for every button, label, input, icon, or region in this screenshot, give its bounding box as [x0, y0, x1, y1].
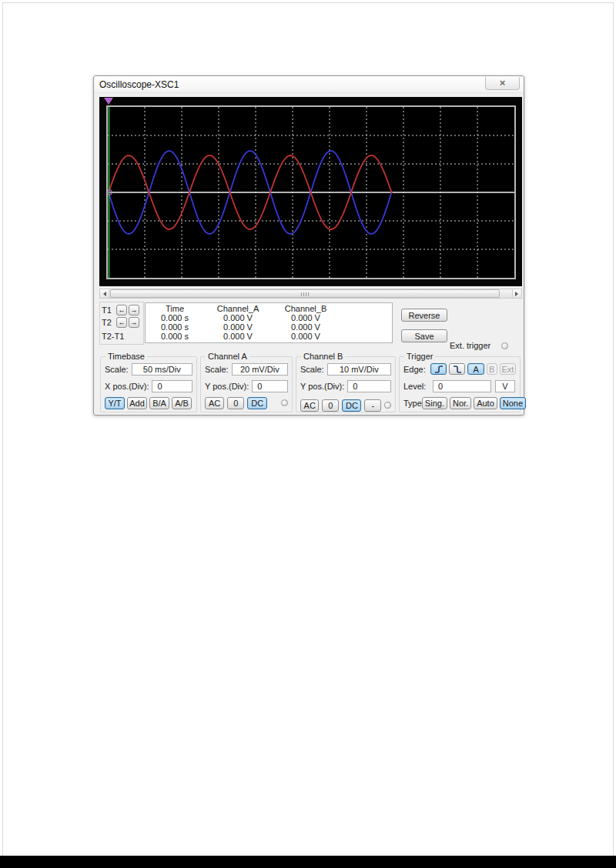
- trigger-type-none-button[interactable]: None: [500, 397, 526, 409]
- readout-row-t1: 0.000 s 0.000 V 0.000 V: [146, 313, 392, 322]
- trigger-type-label: Type: [403, 399, 422, 408]
- scope-display: [106, 105, 516, 279]
- oscilloscope-window: Oscilloscope-XSC1 × T1 ← → T2 ← → T2-T1: [93, 75, 524, 416]
- channel-b-ypos-field[interactable]: 0: [347, 380, 391, 392]
- window-titlebar[interactable]: Oscilloscope-XSC1 ×: [94, 76, 524, 93]
- falling-edge-button[interactable]: [449, 363, 465, 375]
- arrow-right-icon: →: [131, 319, 138, 326]
- channel-b-ac-button[interactable]: AC: [300, 399, 319, 412]
- channel-a-ypos-label: Y pos.(Div):: [205, 382, 249, 391]
- col-channel-b: Channel_B: [272, 304, 340, 313]
- channel-b-ypos-label: Y pos.(Div):: [300, 382, 344, 391]
- timebase-scale-label: Scale:: [105, 365, 129, 374]
- arrow-right-icon: →: [131, 306, 138, 314]
- channel-a-ground-button[interactable]: 0: [227, 397, 244, 409]
- channel-b-ground-button[interactable]: 0: [322, 399, 339, 412]
- close-button[interactable]: ×: [485, 77, 520, 90]
- horizontal-scrollbar[interactable]: [99, 289, 522, 299]
- trigger-level-unit: V: [495, 380, 515, 392]
- trigger-edge-label: Edge:: [403, 365, 430, 374]
- channel-a-dc-button[interactable]: DC: [247, 397, 267, 409]
- channel-a-scale-field[interactable]: 20 mV/Div: [232, 363, 288, 376]
- mode-ab-button[interactable]: A/B: [172, 397, 192, 409]
- measurement-readout: Time Channel_A Channel_B 0.000 s 0.000 V…: [145, 302, 393, 343]
- trigger-title: Trigger: [404, 352, 435, 361]
- scope-bezel: [99, 97, 522, 286]
- channel-a-ypos-field[interactable]: 0: [252, 380, 288, 392]
- scrollbar-thumb[interactable]: [110, 289, 500, 298]
- t2-label: T2: [102, 318, 115, 327]
- mode-add-button[interactable]: Add: [127, 397, 147, 409]
- readout-row-diff: 0.000 s 0.000 V 0.000 V: [146, 332, 392, 341]
- arrow-left-icon: ←: [119, 319, 126, 326]
- arrow-left-icon: ←: [119, 306, 126, 314]
- falling-edge-icon: [452, 365, 463, 374]
- timebase-title: Timebase: [105, 352, 147, 361]
- timebase-xpos-label: X pos.(Div):: [105, 382, 149, 391]
- channel-a-group: Channel A Scale: 20 mV/Div Y pos.(Div): …: [200, 356, 293, 412]
- t1-label: T1: [102, 305, 115, 315]
- col-channel-a: Channel_A: [204, 304, 272, 313]
- scroll-right-icon[interactable]: [512, 289, 521, 298]
- trigger-source-a-button[interactable]: A: [467, 363, 484, 375]
- trigger-group: Trigger Edge: A B Ext Level: 0 V Type: [399, 356, 521, 412]
- readout-header: Time Channel_A Channel_B: [146, 304, 392, 313]
- trigger-level-label: Level:: [403, 382, 433, 391]
- cursor-controls: T1 ← → T2 ← → T2-T1: [99, 302, 144, 345]
- channel-a-ac-button[interactable]: AC: [205, 397, 224, 409]
- scroll-left-icon[interactable]: [100, 289, 109, 298]
- trigger-source-ext-button[interactable]: Ext: [500, 363, 516, 375]
- reverse-button[interactable]: Reverse: [401, 309, 447, 322]
- t1-left-button[interactable]: ←: [116, 305, 127, 315]
- channel-a-title: Channel A: [206, 352, 249, 361]
- channel-b-dc-button[interactable]: DC: [342, 399, 361, 412]
- channel-b-scale-label: Scale:: [300, 365, 324, 374]
- timebase-xpos-field[interactable]: 0: [152, 380, 192, 392]
- trigger-type-auto-button[interactable]: Auto: [474, 397, 497, 409]
- mode-ba-button[interactable]: B/A: [149, 397, 169, 409]
- rising-edge-icon: [434, 365, 444, 374]
- trigger-level-field[interactable]: 0: [433, 380, 491, 392]
- cursor1-handle-icon[interactable]: [104, 98, 113, 105]
- bottom-black-bar: [0, 856, 616, 868]
- t2-t1-label: T2-T1: [102, 332, 142, 341]
- ext-trigger-connector-icon: [501, 342, 508, 349]
- col-time: Time: [146, 304, 204, 313]
- scrollbar-grip-icon: [301, 292, 310, 296]
- mode-yt-button[interactable]: Y/T: [105, 397, 125, 409]
- t2-right-button[interactable]: →: [129, 317, 139, 328]
- close-icon: ×: [500, 77, 506, 88]
- window-title: Oscilloscope-XSC1: [99, 76, 179, 93]
- channel-a-connector-icon: [281, 399, 288, 406]
- channel-b-connector-icon: [384, 402, 391, 409]
- t2-left-button[interactable]: ←: [116, 317, 127, 328]
- channel-b-title: Channel B: [301, 352, 345, 361]
- waveform-plot: [108, 107, 514, 278]
- channel-b-group: Channel B Scale: 10 mV/Div Y pos.(Div): …: [296, 356, 396, 412]
- t1-right-button[interactable]: →: [129, 305, 139, 315]
- channel-a-scale-label: Scale:: [205, 365, 229, 374]
- timebase-scale-field[interactable]: 50 ms/Div: [132, 363, 192, 376]
- trigger-type-normal-button[interactable]: Nor.: [450, 397, 471, 409]
- channel-b-scale-field[interactable]: 10 mV/Div: [327, 363, 391, 376]
- timebase-group: Timebase Scale: 50 ms/Div X pos.(Div): 0…: [100, 356, 197, 412]
- channel-b-minus-button[interactable]: -: [364, 399, 381, 412]
- trigger-type-single-button[interactable]: Sing.: [422, 397, 447, 409]
- save-button[interactable]: Save: [401, 329, 447, 342]
- ext-trigger-label: Ext. trigger: [450, 341, 490, 350]
- trigger-source-b-button[interactable]: B: [487, 363, 497, 375]
- rising-edge-button[interactable]: [430, 363, 447, 375]
- readout-row-t2: 0.000 s 0.000 V 0.000 V: [146, 322, 392, 332]
